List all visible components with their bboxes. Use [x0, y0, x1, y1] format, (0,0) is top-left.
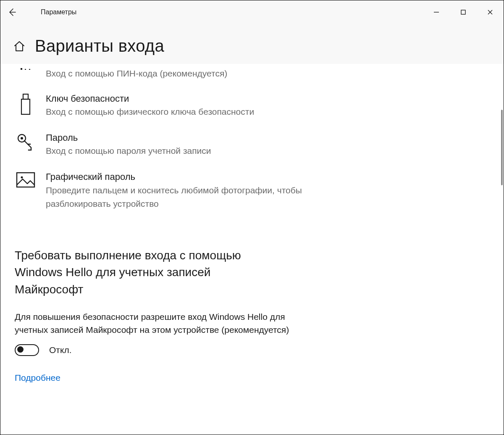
option-security-key-title: Ключ безопасности: [46, 92, 317, 105]
option-picture-password-title: Графический пароль: [46, 171, 317, 183]
option-password-desc: Вход с помощью пароля учетной записи: [46, 144, 317, 158]
option-pin[interactable]: Вход с помощью ПИН-кода (рекомендуется): [15, 66, 317, 90]
key-icon: [15, 132, 37, 152]
svg-point-10: [21, 137, 23, 140]
usb-key-icon: [15, 92, 37, 116]
svg-rect-1: [461, 10, 465, 14]
option-password-title: Пароль: [46, 132, 317, 144]
minimize-icon: [433, 9, 439, 15]
titlebar: Параметры: [0, 0, 504, 24]
svg-rect-11: [17, 173, 34, 187]
home-icon[interactable]: [13, 40, 26, 53]
close-button[interactable]: [477, 0, 504, 24]
option-pin-desc: Вход с помощью ПИН-кода (рекомендуется): [46, 67, 317, 81]
learn-more-link[interactable]: Подробнее: [15, 373, 60, 383]
hello-toggle-row: Откл.: [15, 344, 489, 356]
scrollbar[interactable]: [501, 110, 503, 185]
window-title: Параметры: [41, 8, 76, 16]
back-button[interactable]: [0, 0, 24, 24]
hello-toggle-label: Откл.: [49, 345, 71, 355]
option-security-key[interactable]: Ключ безопасности Вход с помощью физичес…: [15, 90, 317, 129]
option-security-key-desc: Вход с помощью физического ключа безопас…: [46, 105, 317, 119]
picture-icon: [15, 171, 37, 188]
hello-section-title: Требовать выполнение входа с помощью Win…: [15, 247, 275, 298]
hello-toggle[interactable]: [15, 344, 39, 356]
svg-rect-8: [21, 99, 30, 114]
option-password[interactable]: Пароль Вход с помощью пароля учетной зап…: [15, 129, 317, 168]
hello-section-desc: Для повышения безопасности разрешите вхо…: [15, 310, 317, 337]
minimize-button[interactable]: [423, 0, 450, 24]
window-controls: [423, 0, 504, 24]
option-picture-password-desc: Проведите пальцем и коснитесь любимой фо…: [46, 184, 317, 211]
maximize-button[interactable]: [450, 0, 477, 24]
page-title: Варианты входа: [35, 37, 164, 55]
keypad-icon: [15, 66, 37, 72]
svg-rect-4: [21, 68, 22, 70]
content-area: Вход с помощью ПИН-кода (рекомендуется) …: [0, 64, 504, 427]
svg-point-12: [21, 177, 23, 179]
page-header: Варианты входа: [0, 24, 504, 64]
maximize-icon: [460, 9, 466, 15]
option-picture-password[interactable]: Графический пароль Проведите пальцем и к…: [15, 168, 317, 221]
close-icon: [487, 9, 493, 15]
svg-rect-7: [23, 94, 28, 99]
toggle-knob: [17, 346, 24, 353]
signin-option-list: Вход с помощью ПИН-кода (рекомендуется) …: [15, 64, 317, 221]
svg-rect-6: [29, 69, 30, 70]
back-arrow-icon: [8, 8, 16, 16]
svg-rect-5: [25, 69, 26, 70]
